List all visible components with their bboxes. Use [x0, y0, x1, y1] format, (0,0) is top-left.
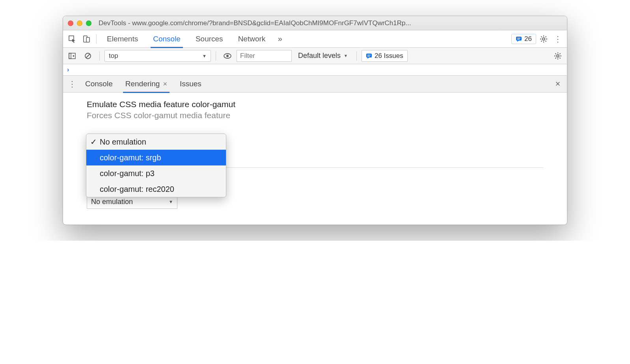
filter-input[interactable]	[237, 50, 292, 62]
tab-sources[interactable]: Sources	[188, 30, 230, 48]
drawer-tab-label: Issues	[180, 80, 201, 88]
levels-label: Default levels	[298, 52, 341, 60]
rendering-panel: Emulate CSS media feature color-gamut Fo…	[63, 93, 567, 225]
dropdown-option-rec2020[interactable]: color-gamut: rec2020	[86, 181, 226, 197]
close-drawer-icon[interactable]: ×	[551, 77, 565, 91]
dropdown-option-p3[interactable]: color-gamut: p3	[86, 165, 226, 181]
color-gamut-dropdown[interactable]: No emulation color-gamut: srgb color-gam…	[86, 134, 226, 197]
prompt-caret-icon: ›	[67, 66, 69, 73]
drawer-tab-issues[interactable]: Issues	[173, 75, 208, 93]
clear-console-icon[interactable]	[81, 49, 95, 63]
titlebar: DevTools - www.google.com/chrome/?brand=…	[63, 16, 567, 30]
console-prompt[interactable]: ›	[63, 64, 567, 75]
drawer-tab-rendering[interactable]: Rendering ×	[119, 75, 173, 93]
close-window-button[interactable]	[68, 20, 73, 26]
close-tab-icon[interactable]: ×	[163, 80, 167, 88]
drawer-tab-console[interactable]: Console	[79, 75, 119, 93]
svg-rect-13	[366, 54, 372, 58]
dropdown-option-no-emulation[interactable]: No emulation	[86, 134, 226, 150]
dropdown-option-srgb[interactable]: color-gamut: srgb	[86, 150, 226, 165]
drawer-kebab-icon[interactable]: ⋮	[65, 77, 79, 91]
tab-network[interactable]: Network	[231, 30, 273, 48]
svg-rect-15	[367, 56, 370, 56]
minimize-window-button[interactable]	[77, 20, 82, 26]
tab-elements[interactable]: Elements	[100, 30, 145, 48]
window-title: DevTools - www.google.com/chrome/?brand=…	[99, 19, 562, 27]
svg-point-16	[557, 55, 559, 57]
zoom-window-button[interactable]	[86, 20, 91, 26]
tab-label: Sources	[196, 35, 223, 43]
traffic-lights	[68, 20, 91, 26]
console-toolbar: top ▼ Default levels 26 Issues	[63, 48, 567, 64]
setting-description: Forces CSS color-gamut media feature	[87, 111, 543, 120]
svg-rect-8	[69, 53, 71, 59]
select-value: No emulation	[91, 198, 133, 206]
issues-icon	[516, 36, 522, 42]
svg-rect-3	[516, 37, 522, 41]
tab-label: Elements	[107, 35, 138, 43]
svg-rect-14	[367, 55, 371, 55]
context-selector[interactable]: top ▼	[104, 50, 211, 62]
device-toolbar-icon[interactable]	[80, 32, 93, 46]
devtools-window: DevTools - www.google.com/chrome/?brand=…	[63, 16, 567, 225]
toggle-sidebar-icon[interactable]	[65, 49, 79, 63]
svg-rect-5	[517, 39, 520, 39]
drawer-tab-label: Console	[85, 80, 113, 88]
tab-label: Console	[153, 35, 181, 43]
issues-label: 26 Issues	[375, 52, 403, 60]
settings-icon[interactable]	[537, 32, 550, 46]
log-levels-selector[interactable]: Default levels	[294, 52, 352, 60]
issues-icon	[366, 53, 372, 59]
issues-count: 26	[524, 35, 532, 43]
issues-button[interactable]: 26 Issues	[362, 50, 408, 62]
divider	[356, 51, 357, 61]
tab-label: Network	[238, 35, 266, 43]
kebab-menu-icon[interactable]: ⋮	[551, 32, 565, 46]
svg-point-12	[226, 55, 229, 57]
drawer-tab-label: Rendering	[125, 80, 160, 88]
inspect-element-icon[interactable]	[65, 32, 79, 46]
console-settings-icon[interactable]	[551, 49, 565, 63]
svg-line-10	[86, 54, 90, 58]
drawer-tabs: ⋮ Console Rendering × Issues ×	[63, 75, 567, 93]
divider	[99, 51, 100, 61]
chevron-down-icon: ▼	[169, 199, 173, 204]
svg-rect-4	[517, 38, 520, 38]
svg-point-6	[542, 38, 545, 40]
tab-console[interactable]: Console	[146, 30, 188, 48]
issues-badge[interactable]: 26	[511, 34, 536, 44]
setting-title: Emulate CSS media feature color-gamut	[87, 100, 543, 109]
divider	[216, 51, 216, 61]
main-tabs-row: Elements Console Sources Network » 26 ⋮	[63, 30, 567, 48]
more-tabs-button[interactable]: »	[273, 32, 287, 46]
divider	[96, 34, 97, 44]
context-value: top	[109, 52, 118, 60]
live-expression-icon[interactable]	[221, 49, 234, 63]
svg-rect-2	[86, 37, 89, 42]
